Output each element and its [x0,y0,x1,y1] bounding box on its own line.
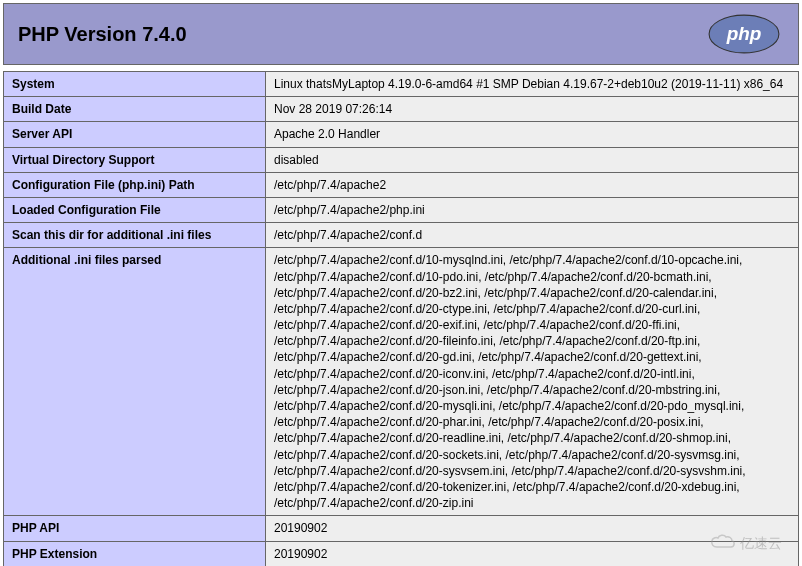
row-value: Linux thatsMyLaptop 4.19.0-6-amd64 #1 SM… [266,72,799,97]
row-label: System [4,72,266,97]
row-value: Nov 28 2019 07:26:14 [266,97,799,122]
table-row: Build DateNov 28 2019 07:26:14 [4,97,799,122]
row-value: disabled [266,147,799,172]
page-title: PHP Version 7.4.0 [18,23,187,46]
row-label: Loaded Configuration File [4,197,266,222]
row-label: Additional .ini files parsed [4,248,266,516]
header-bar: PHP Version 7.4.0 php [3,3,799,65]
table-row: Scan this dir for additional .ini files/… [4,223,799,248]
row-label: Configuration File (php.ini) Path [4,172,266,197]
table-row: PHP API20190902 [4,516,799,541]
watermark: 亿速云 [710,533,782,554]
svg-text:php: php [726,23,762,44]
table-row: Virtual Directory Supportdisabled [4,147,799,172]
row-label: Server API [4,122,266,147]
table-row: Loaded Configuration File/etc/php/7.4/ap… [4,197,799,222]
table-row: Server APIApache 2.0 Handler [4,122,799,147]
row-label: PHP Extension [4,541,266,566]
table-row: Additional .ini files parsed/etc/php/7.4… [4,248,799,516]
row-label: Build Date [4,97,266,122]
table-row: PHP Extension20190902 [4,541,799,566]
table-row: Configuration File (php.ini) Path/etc/ph… [4,172,799,197]
watermark-text: 亿速云 [740,535,782,553]
row-value: /etc/php/7.4/apache2/php.ini [266,197,799,222]
row-label: PHP API [4,516,266,541]
table-row: SystemLinux thatsMyLaptop 4.19.0-6-amd64… [4,72,799,97]
row-label: Scan this dir for additional .ini files [4,223,266,248]
cloud-icon [710,533,736,554]
row-value: /etc/php/7.4/apache2/conf.d [266,223,799,248]
row-value: Apache 2.0 Handler [266,122,799,147]
info-table: SystemLinux thatsMyLaptop 4.19.0-6-amd64… [3,71,799,566]
row-label: Virtual Directory Support [4,147,266,172]
row-value: /etc/php/7.4/apache2 [266,172,799,197]
row-value: /etc/php/7.4/apache2/conf.d/10-mysqlnd.i… [266,248,799,516]
php-logo: php [704,14,784,54]
